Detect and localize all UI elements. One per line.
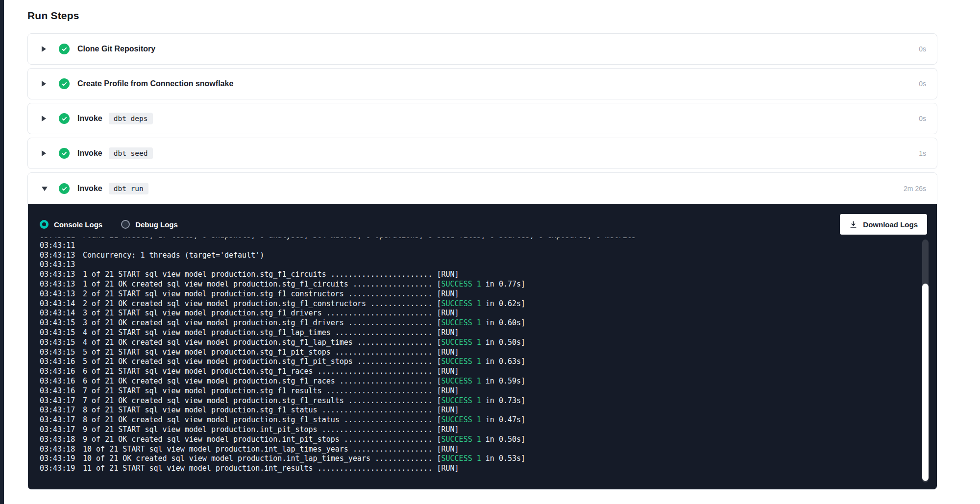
log-timestamp: 03:43:13 bbox=[40, 251, 83, 261]
log-line: 03:43:166 of 21 OK created sql view mode… bbox=[40, 377, 925, 386]
step-duration: 0s bbox=[919, 80, 926, 88]
log-timestamp: 03:43:13 bbox=[40, 260, 83, 270]
debug-logs-radio[interactable]: Debug Logs bbox=[121, 220, 178, 229]
log-message: Concurrency: 1 threads (target='default'… bbox=[83, 251, 264, 260]
success-check-icon bbox=[59, 44, 70, 54]
log-timestamp: 03:43:16 bbox=[40, 357, 83, 367]
step-command-chip: dbt seed bbox=[109, 147, 153, 159]
console-logs-label: Console Logs bbox=[54, 220, 102, 229]
log-timestamp: 03:43:17 bbox=[40, 406, 83, 415]
log-timestamp: 03:43:16 bbox=[40, 377, 83, 386]
success-check-icon bbox=[59, 148, 70, 159]
step-card-invoke-dbt-run: Invoke dbt run 2m 26s Console Logs Debug… bbox=[27, 172, 937, 490]
radio-unselected-icon bbox=[121, 220, 130, 229]
log-line: 03:43:131 of 21 OK created sql view mode… bbox=[40, 280, 925, 289]
download-logs-label: Download Logs bbox=[863, 220, 918, 229]
log-line: 03:43:153 of 21 OK created sql view mode… bbox=[40, 318, 925, 328]
log-message: 5 of 21 OK created sql view model produc… bbox=[83, 357, 525, 366]
log-line: 03:43:11 bbox=[40, 241, 925, 251]
log-message: 5 of 21 START sql view model production.… bbox=[83, 348, 459, 357]
step-title: Invoke bbox=[77, 114, 102, 123]
log-message: 11 of 21 START sql view model production… bbox=[83, 464, 459, 473]
log-message: Found 21 models, 17 tests, 0 snapshots, … bbox=[83, 238, 636, 240]
log-line: 03:43:1810 of 21 START sql view model pr… bbox=[40, 445, 925, 455]
download-icon bbox=[849, 220, 858, 229]
caret-right-icon bbox=[42, 81, 46, 87]
log-line: 03:43:1911 of 21 START sql view model pr… bbox=[40, 464, 925, 474]
log-timestamp: 03:43:11 bbox=[40, 241, 83, 251]
log-timestamp: 03:43:13 bbox=[40, 270, 83, 280]
log-lines: 03:43:11Found 21 models, 17 tests, 0 sna… bbox=[40, 238, 925, 474]
log-message: 2 of 21 OK created sql view model produc… bbox=[83, 299, 525, 308]
step-duration: 0s bbox=[919, 115, 926, 122]
log-timestamp: 03:43:19 bbox=[40, 454, 83, 464]
success-check-icon bbox=[59, 113, 70, 124]
caret-right-icon bbox=[42, 46, 46, 52]
log-timestamp: 03:43:13 bbox=[40, 280, 83, 289]
log-timestamp: 03:43:14 bbox=[40, 309, 83, 318]
success-check-icon bbox=[59, 183, 70, 194]
step-row-invoke-dbt-seed[interactable]: Invoke dbt seed 1s bbox=[27, 138, 937, 169]
log-message: 9 of 21 OK created sql view model produc… bbox=[83, 435, 525, 444]
step-row-invoke-dbt-deps[interactable]: Invoke dbt deps 0s bbox=[27, 103, 937, 134]
step-title: Invoke bbox=[77, 184, 102, 193]
console-log-panel: Console Logs Debug Logs Download Logs bbox=[28, 204, 937, 489]
log-message: 8 of 21 OK created sql view model produc… bbox=[83, 415, 525, 424]
page-title: Run Steps bbox=[27, 10, 937, 22]
log-message: 8 of 21 START sql view model production.… bbox=[83, 406, 459, 414]
step-duration: 2m 26s bbox=[904, 185, 926, 192]
log-line: 03:43:143 of 21 START sql view model pro… bbox=[40, 309, 925, 318]
log-line: 03:43:155 of 21 START sql view model pro… bbox=[40, 348, 925, 358]
log-line: 03:43:189 of 21 OK created sql view mode… bbox=[40, 435, 925, 445]
log-timestamp: 03:43:15 bbox=[40, 318, 83, 328]
step-duration: 0s bbox=[919, 45, 926, 53]
step-command-chip: dbt deps bbox=[109, 113, 153, 124]
log-line: 03:43:178 of 21 START sql view model pro… bbox=[40, 406, 925, 415]
log-timestamp: 03:43:19 bbox=[40, 464, 83, 474]
log-timestamp: 03:43:15 bbox=[40, 328, 83, 338]
log-toolbar: Console Logs Debug Logs Download Logs bbox=[40, 214, 925, 235]
log-message: 10 of 21 START sql view model production… bbox=[83, 445, 459, 454]
log-timestamp: 03:43:16 bbox=[40, 386, 83, 396]
log-timestamp: 03:43:17 bbox=[40, 415, 83, 425]
step-title: Clone Git Repository bbox=[77, 45, 155, 53]
log-timestamp: 03:43:16 bbox=[40, 367, 83, 377]
log-line: 03:43:13 bbox=[40, 260, 925, 270]
log-message: 4 of 21 OK created sql view model produc… bbox=[83, 338, 525, 347]
step-row-invoke-dbt-run[interactable]: Invoke dbt run 2m 26s bbox=[28, 173, 937, 204]
log-timestamp: 03:43:18 bbox=[40, 445, 83, 455]
log-timestamp: 03:43:17 bbox=[40, 425, 83, 435]
step-row-clone-git-repository[interactable]: Clone Git Repository 0s bbox=[27, 33, 937, 65]
log-line: 03:43:11Found 21 models, 17 tests, 0 sna… bbox=[40, 238, 925, 241]
step-title: Create Profile from Connection snowflake bbox=[77, 79, 233, 88]
log-timestamp: 03:43:11 bbox=[40, 238, 83, 241]
step-row-create-profile[interactable]: Create Profile from Connection snowflake… bbox=[27, 68, 937, 99]
log-timestamp: 03:43:17 bbox=[40, 396, 83, 406]
log-line: 03:43:165 of 21 OK created sql view mode… bbox=[40, 357, 925, 367]
log-message: 3 of 21 START sql view model production.… bbox=[83, 309, 459, 317]
log-message: 7 of 21 START sql view model production.… bbox=[83, 386, 459, 395]
download-logs-button[interactable]: Download Logs bbox=[840, 214, 927, 235]
log-message: 2 of 21 START sql view model production.… bbox=[83, 289, 459, 298]
run-steps-content: Run Steps Clone Git Repository 0s Create… bbox=[27, 0, 937, 490]
log-line: 03:43:1910 of 21 OK created sql view mod… bbox=[40, 454, 925, 464]
log-message: 7 of 21 OK created sql view model produc… bbox=[83, 396, 525, 405]
scrollbar-thumb[interactable] bbox=[922, 284, 929, 481]
log-timestamp: 03:43:14 bbox=[40, 299, 83, 309]
log-message: 9 of 21 START sql view model production.… bbox=[83, 425, 459, 434]
log-line: 03:43:178 of 21 OK created sql view mode… bbox=[40, 415, 925, 425]
step-title: Invoke bbox=[77, 149, 102, 158]
log-message: 4 of 21 START sql view model production.… bbox=[83, 328, 459, 337]
log-message: 3 of 21 OK created sql view model produc… bbox=[83, 318, 525, 327]
log-message: 1 of 21 START sql view model production.… bbox=[83, 270, 459, 279]
log-viewport[interactable]: 03:43:11Found 21 models, 17 tests, 0 sna… bbox=[40, 238, 925, 483]
success-check-icon bbox=[59, 78, 70, 89]
console-logs-radio[interactable]: Console Logs bbox=[40, 220, 102, 229]
step-duration: 1s bbox=[919, 149, 926, 157]
log-line: 03:43:132 of 21 START sql view model pro… bbox=[40, 289, 925, 299]
log-timestamp: 03:43:13 bbox=[40, 289, 83, 299]
log-message: 6 of 21 OK created sql view model produc… bbox=[83, 377, 525, 385]
log-message: 1 of 21 OK created sql view model produc… bbox=[83, 280, 525, 288]
run-steps-page: Run Steps Clone Git Repository 0s Create… bbox=[0, 0, 980, 504]
log-line: 03:43:13Concurrency: 1 threads (target='… bbox=[40, 251, 925, 261]
